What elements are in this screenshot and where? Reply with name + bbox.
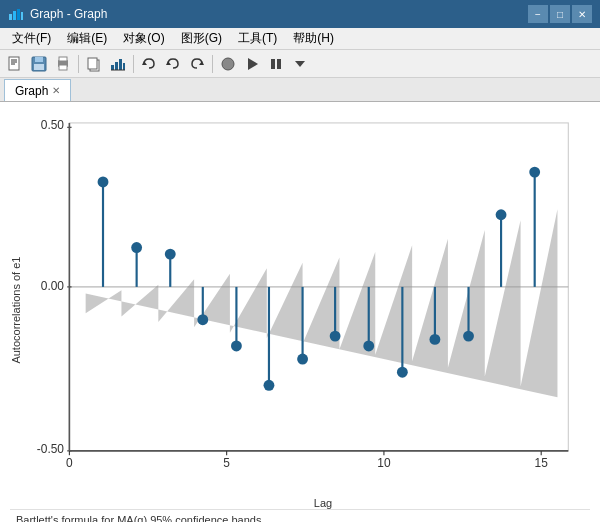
main-content: Autocorrelations of e1	[0, 102, 600, 522]
toolbar-sep-1	[78, 55, 79, 73]
svg-rect-12	[59, 57, 67, 61]
dot-lag-6	[264, 380, 275, 391]
chart-inner: 0.50 0.00 -0.50 0 5	[26, 112, 590, 509]
chart-icon	[110, 56, 126, 72]
chart-svg-area: 0.50 0.00 -0.50 0 5	[26, 112, 590, 495]
toolbar-sep-2	[133, 55, 134, 73]
menu-edit[interactable]: 编辑(E)	[59, 28, 115, 49]
tab-label: Graph	[15, 84, 48, 98]
toolbar-circle[interactable]	[217, 53, 239, 75]
dot-lag-1	[98, 176, 109, 187]
svg-rect-3	[21, 12, 23, 20]
toolbar-copy[interactable]	[83, 53, 105, 75]
svg-marker-25	[248, 58, 258, 70]
undo2-icon	[165, 56, 181, 72]
new-icon	[7, 56, 23, 72]
title-bar-left: Graph - Graph	[8, 6, 107, 22]
dot-lag-14	[529, 167, 540, 178]
dot-lag-9	[363, 340, 374, 351]
menu-file[interactable]: 文件(F)	[4, 28, 59, 49]
graph-tab[interactable]: Graph ✕	[4, 79, 71, 101]
svg-rect-1	[13, 11, 16, 20]
svg-text:-0.50: -0.50	[37, 442, 65, 456]
svg-rect-15	[88, 58, 97, 69]
toolbar-undo[interactable]	[138, 53, 160, 75]
pause-icon	[268, 56, 284, 72]
svg-rect-27	[277, 59, 281, 69]
save-icon	[31, 56, 47, 72]
svg-rect-17	[115, 62, 118, 70]
dot-lag-4	[197, 314, 208, 325]
toolbar-print[interactable]	[52, 53, 74, 75]
dot-lag-5	[231, 340, 242, 351]
menu-bar: 文件(F) 编辑(E) 对象(O) 图形(G) 工具(T) 帮助(H)	[0, 28, 600, 50]
close-button[interactable]: ✕	[572, 5, 592, 23]
svg-text:0: 0	[66, 456, 73, 470]
tab-close-button[interactable]: ✕	[52, 85, 60, 96]
dot-lag-11	[429, 334, 440, 345]
toolbar-redo[interactable]	[186, 53, 208, 75]
toolbar-dropdown[interactable]	[289, 53, 311, 75]
maximize-button[interactable]: □	[550, 5, 570, 23]
toolbar-pause[interactable]	[265, 53, 287, 75]
menu-help[interactable]: 帮助(H)	[285, 28, 342, 49]
svg-rect-19	[123, 63, 125, 70]
menu-object[interactable]: 对象(O)	[115, 28, 172, 49]
dot-lag-7	[297, 354, 308, 365]
menu-tools[interactable]: 工具(T)	[230, 28, 285, 49]
toolbar-play[interactable]	[241, 53, 263, 75]
circle-icon	[220, 56, 236, 72]
print-icon	[55, 56, 71, 72]
dot-lag-3	[165, 249, 176, 260]
dot-lag-12	[463, 331, 474, 342]
svg-marker-28	[295, 61, 305, 67]
dropdown-icon	[295, 59, 305, 69]
undo-icon	[141, 56, 157, 72]
tab-bar: Graph ✕	[0, 78, 600, 102]
window-title: Graph - Graph	[30, 7, 107, 21]
svg-rect-10	[34, 64, 44, 70]
svg-rect-2	[17, 9, 20, 20]
toolbar-sep-3	[212, 55, 213, 73]
svg-rect-18	[119, 59, 122, 70]
svg-rect-9	[35, 57, 43, 62]
dot-lag-8	[330, 331, 341, 342]
svg-text:5: 5	[223, 456, 230, 470]
svg-text:0.50: 0.50	[41, 118, 65, 132]
minimize-button[interactable]: −	[528, 5, 548, 23]
title-bar-controls: − □ ✕	[528, 5, 592, 23]
footnote: Bartlett's formula for MA(q) 95% confide…	[10, 509, 590, 522]
copy-icon	[86, 56, 102, 72]
toolbar-save[interactable]	[28, 53, 50, 75]
dot-lag-10	[397, 367, 408, 378]
toolbar-chart[interactable]	[107, 53, 129, 75]
svg-text:10: 10	[377, 456, 391, 470]
svg-rect-26	[271, 59, 275, 69]
chart-container: Autocorrelations of e1	[10, 112, 590, 509]
graph-area: Autocorrelations of e1	[0, 102, 600, 522]
dot-lag-13	[496, 209, 507, 220]
y-axis-label: Autocorrelations of e1	[10, 112, 22, 509]
app-icon	[8, 6, 24, 22]
title-bar: Graph - Graph − □ ✕	[0, 0, 600, 28]
redo-icon	[189, 56, 205, 72]
svg-rect-13	[59, 65, 67, 70]
toolbar-new[interactable]	[4, 53, 26, 75]
toolbar	[0, 50, 600, 78]
svg-rect-16	[111, 65, 114, 70]
dot-lag-2	[131, 242, 142, 253]
menu-graph[interactable]: 图形(G)	[173, 28, 230, 49]
x-axis-label: Lag	[26, 497, 590, 509]
svg-point-24	[222, 58, 234, 70]
toolbar-undo2[interactable]	[162, 53, 184, 75]
svg-text:0.00: 0.00	[41, 279, 65, 293]
play-icon	[244, 56, 260, 72]
main-chart-svg: 0.50 0.00 -0.50 0 5	[26, 112, 590, 495]
svg-rect-0	[9, 14, 12, 20]
svg-text:15: 15	[535, 456, 549, 470]
